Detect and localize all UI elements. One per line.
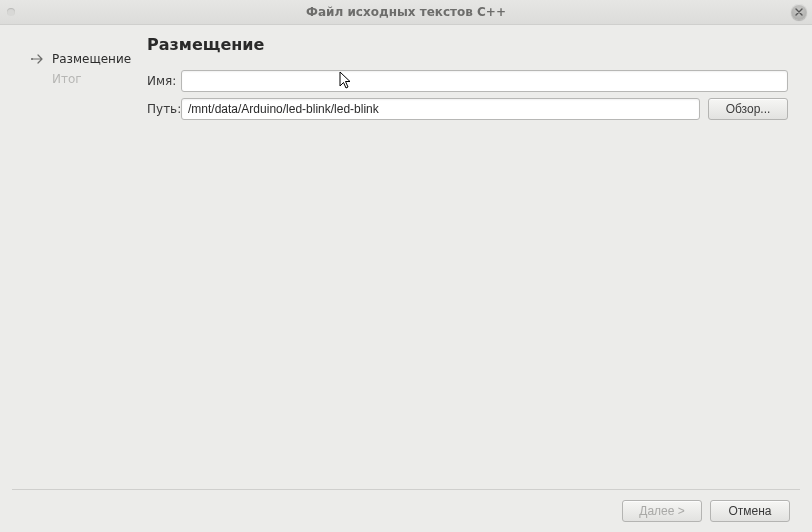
- cancel-button[interactable]: Отмена: [710, 500, 790, 522]
- titlebar-dot-icon: [7, 8, 15, 16]
- wizard-steps: Размещение Итог: [0, 25, 140, 89]
- browse-button[interactable]: Обзор...: [708, 98, 788, 120]
- svg-point-0: [31, 58, 33, 60]
- name-row: Имя:: [147, 70, 788, 92]
- wizard-body: Размещение Итог Размещение Имя: Путь: Об…: [0, 25, 812, 490]
- arrow-right-icon: [30, 51, 46, 67]
- wizard-step-label: Размещение: [52, 52, 131, 66]
- path-label: Путь:: [147, 102, 181, 116]
- wizard-step-summary: Итог: [0, 69, 140, 89]
- close-icon: [795, 8, 803, 16]
- wizard-button-bar: Далее > Отмена: [0, 490, 812, 532]
- name-field[interactable]: [181, 70, 788, 92]
- name-label: Имя:: [147, 74, 181, 88]
- page-title: Размещение: [147, 35, 788, 54]
- window-title: Файл исходных текстов C++: [306, 5, 506, 19]
- next-button[interactable]: Далее >: [622, 500, 702, 522]
- wizard-step-placement: Размещение: [0, 49, 140, 69]
- wizard-step-label: Итог: [52, 72, 82, 86]
- path-row: Путь: Обзор...: [147, 98, 788, 120]
- window-titlebar: Файл исходных текстов C++: [0, 0, 812, 25]
- path-field[interactable]: [181, 98, 700, 120]
- wizard-page: Размещение Имя: Путь: Обзор...: [147, 35, 788, 126]
- window-close-button[interactable]: [791, 4, 807, 20]
